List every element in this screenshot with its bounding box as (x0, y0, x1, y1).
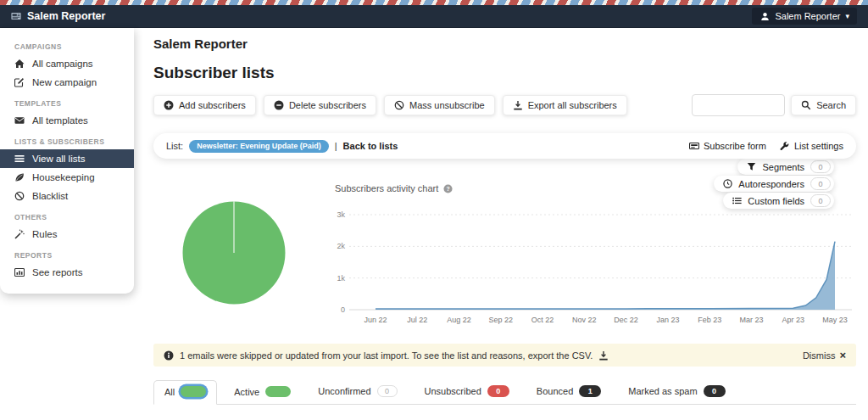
search-icon (801, 100, 811, 110)
tab-unconfirmed[interactable]: Unconfirmed 0 (308, 380, 407, 404)
list-settings-link[interactable]: List settings (780, 141, 843, 151)
custom-fields-row[interactable]: Custom fields 0 (723, 193, 834, 209)
count-badge: 0 (810, 160, 831, 173)
subscriber-pie-chart (182, 201, 286, 305)
svg-text:Mar 23: Mar 23 (739, 316, 763, 324)
svg-text:Oct 22: Oct 22 (531, 316, 554, 324)
sidebar-section-lists-subscribers: LISTS & SUBSCRIBERS (0, 130, 134, 149)
funnel-icon (746, 162, 756, 171)
tab-marked-as-spam[interactable]: Marked as spam 0 (618, 380, 735, 404)
button-label: Add subscribers (179, 100, 246, 110)
question-circle-icon[interactable]: ? (442, 184, 453, 193)
count-badge: 0 (810, 177, 831, 190)
svg-text:May 23: May 23 (822, 316, 848, 324)
count-badge (265, 386, 291, 397)
add-subscribers-button[interactable]: Add subscribers (153, 95, 256, 115)
tab-active[interactable]: Active (224, 381, 301, 404)
list-icon (14, 154, 25, 164)
tab-all[interactable]: All (153, 380, 217, 405)
sidebar-item-new-campaign[interactable]: New campaign (0, 73, 134, 92)
list-name-badge[interactable]: Newsletter: Evening Update (Paid) (189, 140, 329, 153)
count-badge: 1 (579, 385, 601, 397)
alert-message: 1 emails were skipped or updated from yo… (164, 350, 609, 361)
sidebar-item-label: Blacklist (32, 191, 68, 201)
newspaper-logo-icon (11, 11, 21, 21)
sidebar-item-label: All campaigns (32, 59, 93, 69)
sidebar-item-rules[interactable]: Rules (0, 225, 134, 244)
sidebar-item-label: New campaign (32, 77, 97, 87)
alert-text: 1 emails were skipped or updated from yo… (180, 350, 593, 361)
count-badge (181, 386, 206, 397)
link-label: List settings (794, 141, 843, 151)
button-label: Delete subscribers (289, 100, 366, 110)
tool-label: Autoresponders (738, 179, 804, 189)
search-button[interactable]: Search (791, 95, 856, 115)
sidebar-item-all-templates[interactable]: All templates (0, 111, 134, 130)
brand-label: Salem Reporter (27, 10, 105, 22)
svg-text:Feb 23: Feb 23 (698, 316, 721, 324)
tab-label: Unconfirmed (318, 386, 370, 396)
tab-bounced[interactable]: Bounced 1 (526, 380, 611, 404)
count-badge: 0 (810, 194, 831, 207)
envelope-icon (14, 115, 25, 126)
minus-circle-icon (274, 100, 284, 110)
brand[interactable]: Salem Reporter (11, 10, 105, 22)
back-to-lists-link[interactable]: Back to lists (343, 141, 398, 151)
svg-text:Sep 22: Sep 22 (489, 316, 514, 324)
home-icon (14, 59, 25, 69)
export-all-subscribers-button[interactable]: Export all subscribers (503, 95, 627, 115)
count-badge: 0 (487, 385, 509, 397)
sidebar-item-view-all-lists[interactable]: View all lists (0, 149, 134, 168)
sidebar-item-blacklist[interactable]: Blacklist (0, 187, 134, 205)
download-csv-icon[interactable] (598, 350, 609, 361)
dismiss-label: Dismiss (803, 350, 836, 361)
button-label: Export all subscribers (528, 100, 617, 110)
activity-chart-title: Subscribers activity chart (335, 183, 438, 193)
activity-chart-header: Subscribers activity chart ? (335, 183, 453, 193)
count-badge: 0 (377, 385, 398, 397)
button-label: Search (816, 100, 846, 110)
user-menu-button[interactable]: Salem Reporter ▾ (752, 8, 857, 25)
download-icon (513, 100, 523, 110)
sidebar-item-see-reports[interactable]: See reports (0, 263, 134, 282)
section-title: Subscriber lists (153, 64, 275, 82)
svg-text:Aug 22: Aug 22 (447, 316, 471, 324)
tab-label: Unsubscribed (425, 386, 481, 396)
sidebar-section-campaigns: CAMPAIGNS (0, 35, 134, 54)
pencil-square-icon (14, 77, 25, 87)
tab-unsubscribed[interactable]: Unsubscribed 0 (415, 380, 520, 404)
top-navbar: Salem Reporter Salem Reporter ▾ (0, 5, 868, 28)
svg-text:Jun 22: Jun 22 (364, 316, 387, 324)
list-tools: Segments 0 Autoresponders 0 Custom field… (714, 159, 834, 210)
sidebar-section-reports: REPORTS (0, 244, 134, 263)
ban-icon (394, 100, 404, 110)
dismiss-button[interactable]: Dismiss × (803, 350, 846, 361)
svg-text:Nov 22: Nov 22 (572, 316, 597, 324)
delete-subscribers-button[interactable]: Delete subscribers (264, 95, 376, 115)
tab-label: Marked as spam (628, 386, 697, 396)
link-label: Subscribe form (704, 141, 766, 151)
sidebar-item-label: View all lists (32, 154, 85, 164)
svg-text:1k: 1k (337, 274, 345, 283)
subscriber-toolbar: Add subscribers Delete subscribers Mass … (153, 95, 627, 115)
subscribe-form-link[interactable]: Subscribe form (689, 141, 766, 151)
segments-row[interactable]: Segments 0 (737, 159, 834, 175)
sidebar-item-label: All templates (32, 115, 88, 126)
list-bullets-icon (732, 196, 742, 205)
sidebar-item-all-campaigns[interactable]: All campaigns (0, 54, 134, 73)
sidebar-item-housekeeping[interactable]: Housekeeping (0, 168, 134, 187)
bar-chart-icon (14, 267, 25, 277)
sidebar: CAMPAIGNS All campaigns New campaign TEM… (0, 28, 134, 294)
list-bar: List: Newsletter: Evening Update (Paid) … (153, 133, 856, 159)
user-icon (760, 12, 770, 21)
list-label: List: (166, 141, 183, 151)
info-circle-icon (164, 350, 174, 361)
sidebar-section-others: OTHERS (0, 205, 134, 225)
mass-unsubscribe-button[interactable]: Mass unsubscribe (384, 95, 495, 115)
form-icon (689, 141, 699, 151)
leaf-icon (14, 172, 25, 182)
tab-label: All (164, 387, 175, 397)
page-title: Salem Reporter (153, 36, 248, 51)
search-input[interactable] (692, 94, 785, 116)
autoresponders-row[interactable]: Autoresponders 0 (714, 176, 834, 192)
